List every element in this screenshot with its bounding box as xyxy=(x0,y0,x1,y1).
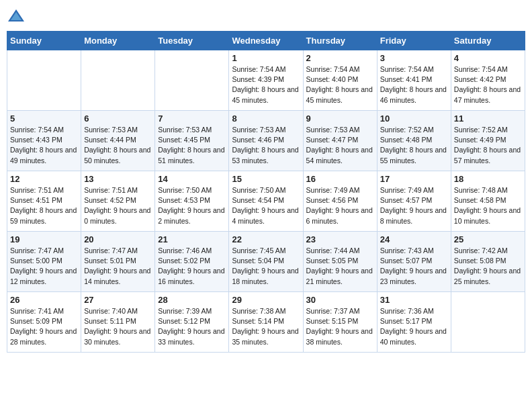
calendar-week-row: 19Sunrise: 7:47 AM Sunset: 5:00 PM Dayli… xyxy=(7,232,525,292)
calendar-header: SundayMondayTuesdayWednesdayThursdayFrid… xyxy=(7,32,525,50)
weekday-header-wednesday: Wednesday xyxy=(229,32,303,50)
day-number: 19 xyxy=(10,234,78,244)
day-number: 26 xyxy=(10,295,78,305)
calendar-cell: 31Sunrise: 7:36 AM Sunset: 5:17 PM Dayli… xyxy=(377,292,451,353)
logo-icon xyxy=(7,7,26,26)
calendar-cell: 1Sunrise: 7:54 AM Sunset: 4:39 PM Daylig… xyxy=(229,50,303,111)
calendar-cell: 29Sunrise: 7:38 AM Sunset: 5:14 PM Dayli… xyxy=(229,292,303,353)
calendar-cell: 3Sunrise: 7:54 AM Sunset: 4:41 PM Daylig… xyxy=(377,50,451,111)
day-info: Sunrise: 7:54 AM Sunset: 4:40 PM Dayligh… xyxy=(306,64,374,105)
calendar-cell: 14Sunrise: 7:50 AM Sunset: 4:53 PM Dayli… xyxy=(155,171,229,232)
day-info: Sunrise: 7:54 AM Sunset: 4:43 PM Dayligh… xyxy=(10,125,78,166)
calendar-cell: 20Sunrise: 7:47 AM Sunset: 5:01 PM Dayli… xyxy=(81,232,155,292)
day-number: 1 xyxy=(232,53,300,63)
day-info: Sunrise: 7:54 AM Sunset: 4:42 PM Dayligh… xyxy=(454,64,522,105)
day-number: 22 xyxy=(232,234,300,244)
day-number: 12 xyxy=(10,174,78,184)
day-number: 6 xyxy=(84,113,152,124)
day-number: 3 xyxy=(380,53,448,63)
day-number: 7 xyxy=(158,113,226,124)
calendar-cell: 23Sunrise: 7:44 AM Sunset: 5:05 PM Dayli… xyxy=(303,232,377,292)
calendar-cell: 26Sunrise: 7:41 AM Sunset: 5:09 PM Dayli… xyxy=(7,292,81,353)
day-info: Sunrise: 7:39 AM Sunset: 5:12 PM Dayligh… xyxy=(158,306,226,347)
calendar-cell: 2Sunrise: 7:54 AM Sunset: 4:40 PM Daylig… xyxy=(303,50,377,111)
day-info: Sunrise: 7:49 AM Sunset: 4:57 PM Dayligh… xyxy=(380,185,448,226)
day-number: 9 xyxy=(306,113,374,124)
day-info: Sunrise: 7:37 AM Sunset: 5:15 PM Dayligh… xyxy=(306,306,374,347)
day-info: Sunrise: 7:47 AM Sunset: 5:01 PM Dayligh… xyxy=(84,246,152,287)
day-info: Sunrise: 7:44 AM Sunset: 5:05 PM Dayligh… xyxy=(306,246,374,287)
day-number: 28 xyxy=(158,295,226,305)
calendar-cell: 12Sunrise: 7:51 AM Sunset: 4:51 PM Dayli… xyxy=(7,171,81,232)
calendar-body: 1Sunrise: 7:54 AM Sunset: 4:39 PM Daylig… xyxy=(7,50,525,353)
calendar-cell: 8Sunrise: 7:53 AM Sunset: 4:46 PM Daylig… xyxy=(229,111,303,171)
day-number: 2 xyxy=(306,53,374,63)
calendar-cell: 17Sunrise: 7:49 AM Sunset: 4:57 PM Dayli… xyxy=(377,171,451,232)
day-info: Sunrise: 7:47 AM Sunset: 5:00 PM Dayligh… xyxy=(10,246,78,287)
calendar-cell xyxy=(81,50,155,111)
day-number: 25 xyxy=(454,234,522,244)
calendar-cell: 27Sunrise: 7:40 AM Sunset: 5:11 PM Dayli… xyxy=(81,292,155,353)
day-info: Sunrise: 7:36 AM Sunset: 5:17 PM Dayligh… xyxy=(380,306,448,347)
calendar-cell: 24Sunrise: 7:43 AM Sunset: 5:07 PM Dayli… xyxy=(377,232,451,292)
day-number: 13 xyxy=(84,174,152,184)
day-number: 18 xyxy=(454,174,522,184)
day-info: Sunrise: 7:52 AM Sunset: 4:48 PM Dayligh… xyxy=(380,125,448,166)
day-info: Sunrise: 7:53 AM Sunset: 4:47 PM Dayligh… xyxy=(306,125,374,166)
calendar-week-row: 26Sunrise: 7:41 AM Sunset: 5:09 PM Dayli… xyxy=(7,292,525,353)
day-number: 8 xyxy=(232,113,300,124)
day-info: Sunrise: 7:43 AM Sunset: 5:07 PM Dayligh… xyxy=(380,246,448,287)
day-info: Sunrise: 7:40 AM Sunset: 5:11 PM Dayligh… xyxy=(84,306,152,347)
calendar-cell: 13Sunrise: 7:51 AM Sunset: 4:52 PM Dayli… xyxy=(81,171,155,232)
day-info: Sunrise: 7:48 AM Sunset: 4:58 PM Dayligh… xyxy=(454,185,522,226)
calendar-cell: 18Sunrise: 7:48 AM Sunset: 4:58 PM Dayli… xyxy=(451,171,525,232)
calendar-cell: 19Sunrise: 7:47 AM Sunset: 5:00 PM Dayli… xyxy=(7,232,81,292)
calendar-cell: 30Sunrise: 7:37 AM Sunset: 5:15 PM Dayli… xyxy=(303,292,377,353)
calendar-cell: 16Sunrise: 7:49 AM Sunset: 4:56 PM Dayli… xyxy=(303,171,377,232)
day-info: Sunrise: 7:54 AM Sunset: 4:41 PM Dayligh… xyxy=(380,64,448,105)
calendar-cell: 28Sunrise: 7:39 AM Sunset: 5:12 PM Dayli… xyxy=(155,292,229,353)
calendar-cell: 22Sunrise: 7:45 AM Sunset: 5:04 PM Dayli… xyxy=(229,232,303,292)
day-number: 31 xyxy=(380,295,448,305)
day-info: Sunrise: 7:53 AM Sunset: 4:46 PM Dayligh… xyxy=(232,125,300,166)
calendar-cell: 25Sunrise: 7:42 AM Sunset: 5:08 PM Dayli… xyxy=(451,232,525,292)
day-info: Sunrise: 7:50 AM Sunset: 4:54 PM Dayligh… xyxy=(232,185,300,226)
day-number: 17 xyxy=(380,174,448,184)
day-info: Sunrise: 7:46 AM Sunset: 5:02 PM Dayligh… xyxy=(158,246,226,287)
day-number: 16 xyxy=(306,174,374,184)
day-number: 11 xyxy=(454,113,522,124)
day-info: Sunrise: 7:53 AM Sunset: 4:44 PM Dayligh… xyxy=(84,125,152,166)
calendar-cell: 9Sunrise: 7:53 AM Sunset: 4:47 PM Daylig… xyxy=(303,111,377,171)
calendar-cell: 5Sunrise: 7:54 AM Sunset: 4:43 PM Daylig… xyxy=(7,111,81,171)
weekday-header-saturday: Saturday xyxy=(451,32,525,50)
day-number: 20 xyxy=(84,234,152,244)
day-info: Sunrise: 7:49 AM Sunset: 4:56 PM Dayligh… xyxy=(306,185,374,226)
day-info: Sunrise: 7:53 AM Sunset: 4:45 PM Dayligh… xyxy=(158,125,226,166)
weekday-header-row: SundayMondayTuesdayWednesdayThursdayFrid… xyxy=(7,32,525,50)
calendar-cell: 10Sunrise: 7:52 AM Sunset: 4:48 PM Dayli… xyxy=(377,111,451,171)
day-info: Sunrise: 7:51 AM Sunset: 4:51 PM Dayligh… xyxy=(10,185,78,226)
day-info: Sunrise: 7:38 AM Sunset: 5:14 PM Dayligh… xyxy=(232,306,300,347)
calendar-cell xyxy=(451,292,525,353)
calendar-cell: 15Sunrise: 7:50 AM Sunset: 4:54 PM Dayli… xyxy=(229,171,303,232)
day-number: 23 xyxy=(306,234,374,244)
day-number: 15 xyxy=(232,174,300,184)
day-number: 30 xyxy=(306,295,374,305)
day-info: Sunrise: 7:42 AM Sunset: 5:08 PM Dayligh… xyxy=(454,246,522,287)
day-number: 10 xyxy=(380,113,448,124)
day-info: Sunrise: 7:45 AM Sunset: 5:04 PM Dayligh… xyxy=(232,246,300,287)
calendar-cell: 11Sunrise: 7:52 AM Sunset: 4:49 PM Dayli… xyxy=(451,111,525,171)
calendar-cell: 7Sunrise: 7:53 AM Sunset: 4:45 PM Daylig… xyxy=(155,111,229,171)
day-number: 24 xyxy=(380,234,448,244)
logo xyxy=(7,7,28,26)
weekday-header-friday: Friday xyxy=(377,32,451,50)
calendar-cell: 6Sunrise: 7:53 AM Sunset: 4:44 PM Daylig… xyxy=(81,111,155,171)
day-number: 5 xyxy=(10,113,78,124)
calendar-cell xyxy=(155,50,229,111)
day-info: Sunrise: 7:54 AM Sunset: 4:39 PM Dayligh… xyxy=(232,64,300,105)
day-number: 4 xyxy=(454,53,522,63)
day-number: 14 xyxy=(158,174,226,184)
weekday-header-tuesday: Tuesday xyxy=(155,32,229,50)
day-number: 27 xyxy=(84,295,152,305)
calendar-cell xyxy=(7,50,81,111)
